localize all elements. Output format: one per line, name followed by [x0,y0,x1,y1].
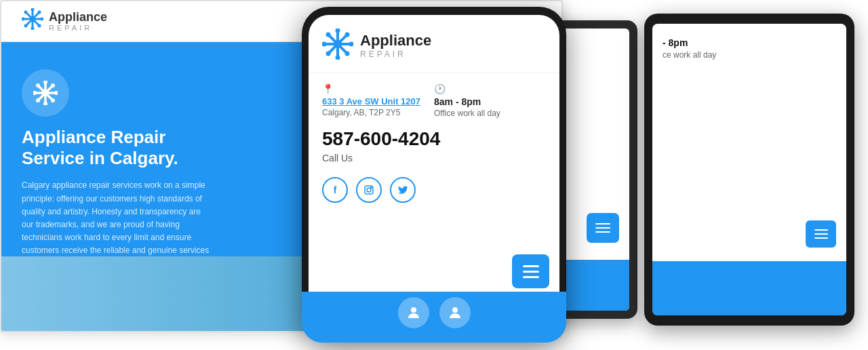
svg-point-19 [43,102,47,105]
desktop-logo: Appliance REPAIR [22,8,107,35]
phone-menu-line-1 [523,265,539,267]
tablet-blue-section [652,261,846,315]
svg-point-35 [326,33,331,37]
tablet-right-hours: - 8pm [663,37,836,48]
svg-point-6 [31,27,35,31]
tablet-menu-line-2 [814,233,828,235]
phone-address-link[interactable]: 633 3 Ave SW Unit 1207 [322,96,420,106]
phone-call-label: Call Us [322,153,546,163]
svg-point-40 [367,188,371,192]
phone-screen: Appliance REPAIR 📍 633 3 Ave SW Unit 120… [309,15,559,334]
svg-point-7 [22,18,25,21]
svg-point-43 [452,307,458,313]
phone-city: Calgary, AB, T2P 2Y5 [322,108,420,117]
tablet-right-screen: - 8pm ce work all day [652,24,846,315]
tablet-menu-line-1 [814,229,828,231]
svg-point-12 [24,24,28,28]
svg-point-18 [43,81,47,84]
phone-menu-icon [523,265,539,278]
desktop-logo-subtitle: REPAIR [49,24,107,32]
phone-avatar-2 [439,297,471,328]
clock-icon: 🕐 [434,83,500,94]
svg-point-36 [345,52,350,56]
desktop-logo-icon [22,8,43,35]
tablet-menu-line-3 [814,237,828,239]
second-tablet-menu-button[interactable] [587,213,619,243]
instagram-button[interactable] [356,177,382,203]
svg-point-20 [33,91,37,95]
svg-point-31 [336,28,340,33]
desktop-logo-text: Appliance REPAIR [49,11,107,33]
desktop-hero-title: Appliance Repair Service in Calgary. [22,127,212,169]
phone-avatar-1 [398,297,429,328]
phone-hours-sub: Office work all day [434,109,500,118]
svg-point-32 [336,56,340,60]
menu-line-2 [595,227,610,229]
svg-point-33 [322,42,327,47]
menu-line-1 [595,223,610,225]
phone-hours-label: 8am - 8pm [434,96,500,107]
tablet-menu-icon [814,229,828,239]
svg-point-5 [31,8,35,12]
tablet-right-info: - 8pm ce work all day [652,24,846,73]
location-icon: 📍 [322,83,420,94]
facebook-button[interactable]: f [322,177,348,203]
phone-social-links: f [322,177,546,203]
main-scene: Appliance REPAIR Fridge ▾ Dryer ▾ Washer… [0,0,868,350]
svg-point-10 [38,24,41,28]
phone-logo-title: Appliance [360,32,431,50]
tablet-right-mockup: - 8pm ce work all day [644,14,854,326]
second-tablet-menu-lines [595,223,610,233]
desktop-logo-title: Appliance [49,11,107,24]
phone-number[interactable]: 587-600-4204 [322,128,546,150]
svg-point-25 [36,98,40,102]
svg-point-23 [51,98,55,102]
phone-logo-subtitle: REPAIR [360,50,431,59]
phone-logo-icon [322,28,353,62]
svg-point-8 [41,18,44,21]
svg-point-11 [38,11,41,14]
svg-point-9 [24,11,28,14]
phone-menu-line-3 [523,276,539,278]
svg-point-24 [51,83,55,88]
phone-menu-line-2 [523,271,539,273]
svg-point-22 [36,83,40,88]
phone-logo-text: Appliance REPAIR [360,32,431,59]
phone-address-item: 📍 633 3 Ave SW Unit 1207 Calgary, AB, T2… [322,83,420,118]
twitter-button[interactable] [390,177,416,203]
tablet-right-hours-sub: ce work all day [663,50,836,60]
phone-info-section: 📍 633 3 Ave SW Unit 1207 Calgary, AB, T2… [309,73,559,213]
phone-hours-item: 🕐 8am - 8pm Office work all day [434,83,500,118]
phone-header: Appliance REPAIR [309,15,559,73]
svg-point-21 [54,91,58,95]
menu-line-3 [595,231,610,233]
svg-point-38 [326,52,331,56]
svg-point-37 [345,33,350,37]
svg-point-42 [411,307,416,313]
phone-menu-button[interactable] [512,254,549,288]
svg-point-41 [371,187,372,189]
phone-contact-row: 📍 633 3 Ave SW Unit 1207 Calgary, AB, T2… [322,83,546,118]
phone-bottom-blue [309,292,559,334]
hero-icon-circle [22,69,69,117]
phone-mockup: Appliance REPAIR 📍 633 3 Ave SW Unit 120… [302,7,566,343]
svg-point-34 [349,42,354,47]
tablet-menu-button[interactable] [806,220,836,248]
